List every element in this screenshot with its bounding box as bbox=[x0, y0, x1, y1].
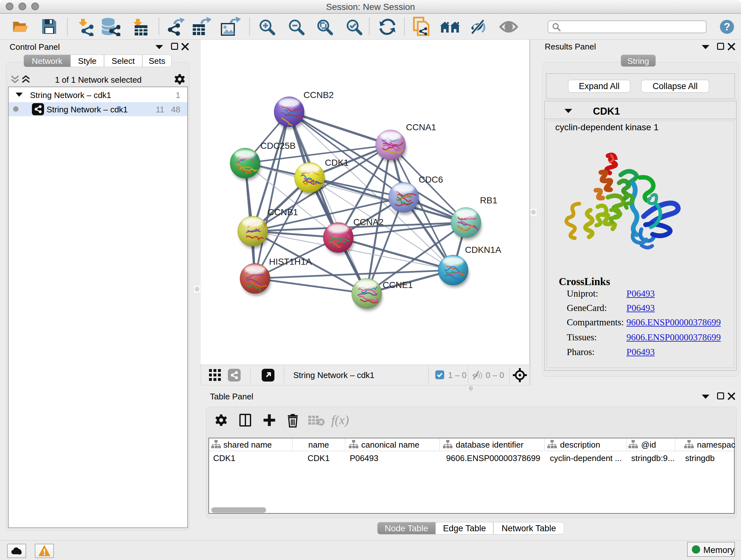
svg-text:CCNA1: CCNA1 bbox=[406, 122, 436, 132]
svg-text:CCNB1: CCNB1 bbox=[268, 207, 298, 217]
svg-text:CCNA2: CCNA2 bbox=[353, 217, 384, 227]
svg-text:CDK1: CDK1 bbox=[325, 158, 349, 168]
svg-text:CCNE1: CCNE1 bbox=[383, 280, 413, 290]
svg-text:CDC6: CDC6 bbox=[419, 175, 443, 185]
svg-text:RB1: RB1 bbox=[480, 195, 497, 205]
svg-text:CDKN1A: CDKN1A bbox=[465, 245, 501, 255]
svg-text:CDC25B: CDC25B bbox=[260, 141, 295, 151]
svg-text:HIST1H1A: HIST1H1A bbox=[269, 257, 312, 266]
svg-text:CCNB2: CCNB2 bbox=[304, 90, 334, 100]
